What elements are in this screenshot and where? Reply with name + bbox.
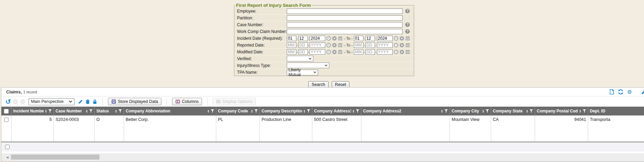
column-header-company-code[interactable]: Company Code ▲▼ bbox=[216, 107, 260, 115]
filter-icon[interactable] bbox=[48, 109, 52, 113]
sort-icon[interactable]: ▲▼ bbox=[441, 109, 443, 113]
column-header-status[interactable]: Status ▲▼ bbox=[95, 107, 124, 115]
reported-to-year-input[interactable] bbox=[377, 42, 393, 48]
perspective-select[interactable]: Main Perspective bbox=[29, 98, 75, 105]
filter-icon[interactable] bbox=[583, 109, 586, 113]
time-icon[interactable] bbox=[326, 36, 331, 41]
new-document-icon[interactable] bbox=[609, 89, 615, 95]
modified-from-day-input[interactable] bbox=[298, 49, 308, 55]
refresh-icon[interactable] bbox=[618, 89, 624, 95]
filter-icon[interactable] bbox=[211, 109, 214, 113]
time-icon[interactable] bbox=[394, 50, 398, 54]
column-header-company-postal-code[interactable]: Company Postal Code ▲▼ bbox=[535, 107, 588, 115]
sort-icon[interactable]: ▲▼ bbox=[352, 109, 355, 113]
incident-from-day-input[interactable] bbox=[298, 36, 308, 41]
calendar-icon[interactable] bbox=[405, 50, 410, 54]
verified-select[interactable] bbox=[287, 56, 313, 61]
scrollbar-thumb[interactable] bbox=[11, 155, 99, 160]
help-icon[interactable]: ? bbox=[405, 22, 410, 27]
column-header-company-abbreviation[interactable]: Company Abbreviation ▲▼ bbox=[124, 107, 216, 115]
filter-icon[interactable] bbox=[254, 109, 258, 113]
edit-icon[interactable] bbox=[641, 89, 644, 95]
time-icon[interactable] bbox=[326, 43, 331, 48]
reported-from-day-input[interactable] bbox=[298, 42, 308, 48]
calendar-icon[interactable] bbox=[405, 36, 410, 41]
clear-date-icon[interactable] bbox=[399, 36, 404, 41]
store-displayed-data-button[interactable]: Store Displayed Data bbox=[108, 98, 161, 105]
calendar-icon[interactable] bbox=[338, 43, 343, 48]
modified-from-year-input[interactable] bbox=[310, 49, 325, 55]
row-checkbox[interactable] bbox=[4, 118, 9, 122]
column-header-company-city[interactable]: Company City ▲▼ bbox=[450, 107, 491, 115]
filter-icon[interactable] bbox=[307, 109, 310, 113]
table-row[interactable]: 5 S2024-0003 O Better Corp. PL Productio… bbox=[1, 115, 644, 142]
columns-button[interactable]: Columns bbox=[172, 98, 202, 105]
work-comp-input[interactable] bbox=[287, 29, 403, 34]
filter-icon[interactable] bbox=[356, 109, 359, 113]
clear-date-icon[interactable] bbox=[332, 36, 337, 41]
incident-from-month-input[interactable] bbox=[287, 36, 296, 41]
delete-perspective-icon[interactable] bbox=[85, 99, 90, 104]
time-icon[interactable] bbox=[394, 43, 398, 48]
calendar-icon[interactable] bbox=[338, 50, 343, 54]
incident-to-day-input[interactable] bbox=[365, 36, 375, 41]
clear-date-icon[interactable] bbox=[399, 43, 404, 48]
select-all-checkbox[interactable] bbox=[4, 109, 9, 113]
edit-perspective-icon[interactable] bbox=[78, 99, 83, 104]
column-header-company-state[interactable]: Company State ▲▼ bbox=[491, 107, 535, 115]
column-header-incident-number[interactable]: Incident Number ▲▼ bbox=[12, 107, 54, 115]
incident-to-year-input[interactable] bbox=[377, 36, 393, 41]
undo-icon[interactable]: ↺ bbox=[5, 98, 11, 105]
gear-icon[interactable]: ⚙ bbox=[627, 89, 632, 95]
sort-icon[interactable]: ▲▼ bbox=[207, 109, 209, 113]
help-icon[interactable]: ? bbox=[405, 9, 410, 13]
filter-icon[interactable] bbox=[486, 109, 489, 113]
sort-icon[interactable]: ▲▼ bbox=[86, 109, 88, 113]
clear-date-icon[interactable] bbox=[399, 50, 404, 54]
modified-to-month-input[interactable] bbox=[354, 49, 363, 55]
time-icon[interactable] bbox=[394, 36, 398, 41]
reported-from-month-input[interactable] bbox=[287, 42, 296, 48]
clear-date-icon[interactable] bbox=[332, 50, 337, 54]
reported-to-month-input[interactable] bbox=[354, 42, 363, 48]
filter-icon[interactable] bbox=[444, 109, 448, 113]
incident-to-month-input[interactable] bbox=[354, 36, 363, 41]
horizontal-scrollbar[interactable]: ◀ bbox=[1, 153, 644, 161]
incident-from-year-input[interactable] bbox=[310, 36, 325, 41]
clear-date-icon[interactable] bbox=[332, 43, 337, 48]
sort-icon[interactable]: ▲▼ bbox=[303, 109, 305, 113]
reset-button[interactable]: Reset bbox=[332, 81, 350, 88]
modified-to-day-input[interactable] bbox=[365, 49, 375, 55]
reported-from-year-input[interactable] bbox=[310, 42, 325, 48]
sort-icon[interactable]: ▲▼ bbox=[45, 109, 47, 113]
sort-icon[interactable]: ▲▼ bbox=[482, 109, 484, 113]
column-header-company-address1[interactable]: Company Address1 ▲▼ bbox=[312, 107, 361, 115]
tpa-name-select[interactable]: Liberty Mutual bbox=[287, 70, 318, 75]
case-number-input[interactable] bbox=[287, 22, 403, 28]
column-header-dept-id[interactable]: Dept. ID ▲▼ bbox=[588, 107, 644, 115]
lock-perspective-icon[interactable] bbox=[92, 99, 97, 104]
filter-icon[interactable] bbox=[119, 109, 122, 113]
sort-icon[interactable]: ▲▼ bbox=[251, 109, 253, 113]
sort-icon[interactable]: ▲▼ bbox=[579, 109, 581, 113]
modified-to-year-input[interactable] bbox=[377, 49, 393, 55]
modified-from-month-input[interactable] bbox=[287, 49, 296, 55]
calendar-icon[interactable] bbox=[338, 36, 343, 41]
calendar-icon[interactable] bbox=[405, 43, 410, 48]
reported-to-day-input[interactable] bbox=[365, 42, 375, 48]
footer-checkbox[interactable] bbox=[5, 145, 10, 149]
filter-icon[interactable] bbox=[89, 109, 93, 113]
filter-icon[interactable] bbox=[530, 109, 533, 113]
employee-row: Employee: ? bbox=[234, 8, 414, 15]
employee-input[interactable] bbox=[287, 8, 403, 14]
help-icon[interactable]: ? bbox=[405, 29, 410, 34]
column-header-case-number[interactable]: Case Number ▲▼ bbox=[54, 107, 95, 115]
partition-input[interactable] bbox=[287, 15, 403, 21]
sort-icon[interactable]: ▲▼ bbox=[526, 109, 528, 113]
search-button[interactable]: Search bbox=[308, 81, 329, 88]
column-header-company-address2[interactable]: Company Address2 ▲▼ bbox=[361, 107, 450, 115]
scroll-left-icon[interactable]: ◀ bbox=[6, 156, 9, 159]
sort-icon[interactable]: ▲▼ bbox=[115, 109, 117, 113]
column-header-company-description[interactable]: Company Description ▲▼ bbox=[260, 107, 312, 115]
time-icon[interactable] bbox=[326, 50, 331, 54]
